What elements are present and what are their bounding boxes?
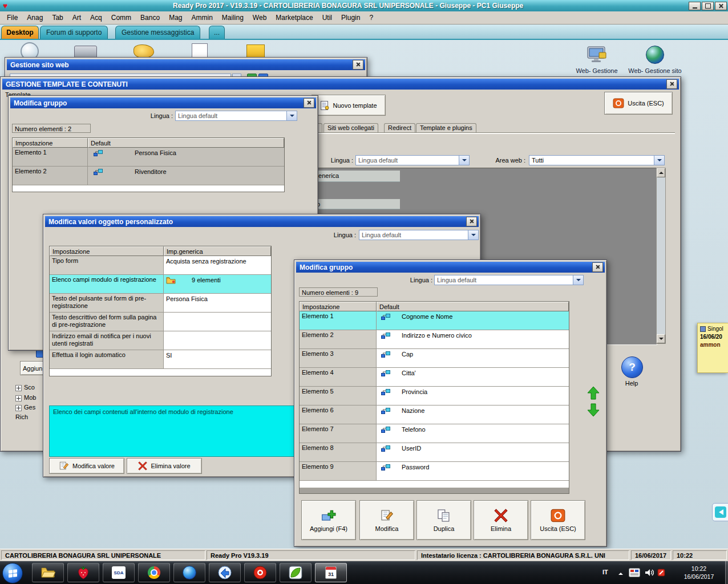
template-lingua-select[interactable]: Lingua default [355, 155, 470, 165]
chevron-down-icon[interactable] [468, 230, 478, 240]
menu-item-mag[interactable]: Mag [164, 12, 187, 23]
table-row[interactable]: Elemento 5 Provincia [300, 387, 569, 405]
gestione-sito-close-button[interactable] [353, 60, 363, 70]
template-tab-redirect[interactable]: Redirect [384, 123, 415, 133]
show-desktop-button[interactable] [725, 561, 728, 584]
web-gestione-sito-label[interactable]: Web- Gestione sito [625, 67, 685, 74]
gruppo1-close-button[interactable] [304, 98, 314, 108]
tray-language[interactable]: IT [602, 569, 608, 575]
taskbar-sda-button[interactable]: SDA [103, 563, 135, 582]
tree-item[interactable]: Sco [15, 384, 35, 391]
table-row[interactable]: Elemento 8 UserID [300, 443, 569, 462]
table-row[interactable]: Elemento 1 Persona Fisica [13, 148, 284, 167]
scroll-up-button[interactable] [657, 168, 665, 177]
table-row[interactable]: Testo descrittivo del form sulla pagina … [50, 313, 271, 331]
taskbar-chrome-button[interactable] [138, 563, 170, 582]
template-area-web-select[interactable]: Tutti [529, 155, 665, 165]
table-row[interactable]: Effettua il login automatico SI [50, 350, 271, 369]
table-row[interactable]: Elenco campi modulo di registrazione 9 e… [50, 275, 271, 294]
close-button[interactable] [715, 2, 727, 10]
chevron-down-icon[interactable] [286, 111, 297, 120]
template-titlebar[interactable]: GESTIONE TEMPLATE E CONTENUTI [2, 79, 679, 90]
column-header[interactable]: Default [88, 138, 284, 148]
vertical-scrollbar[interactable] [656, 168, 666, 344]
menu-item-comm[interactable]: Comm [107, 12, 136, 23]
move-down-button[interactable] [587, 403, 600, 418]
menu-item-tab[interactable]: Tab [47, 12, 67, 23]
tree-item[interactable]: Rich [15, 413, 28, 420]
template-tab-siti-web-collegati[interactable]: Siti web collegati [323, 123, 378, 133]
lamp-toolbar-icon[interactable] [134, 44, 154, 58]
template-uscita-button[interactable]: Uscita (ESC) [604, 92, 673, 115]
menu-item-file[interactable]: File [2, 12, 22, 23]
uscita-button[interactable]: Uscita (ESC) [531, 500, 585, 540]
valori-lingua-select[interactable]: Lingua default [359, 230, 479, 240]
elimina-button[interactable]: Elimina [474, 500, 528, 540]
column-header[interactable]: Impostazione [13, 138, 88, 148]
menu-item-acq[interactable]: Acq [86, 12, 107, 23]
table-row[interactable]: Elemento 3 Cap [300, 349, 569, 368]
web-gestione-sito-icon[interactable] [646, 46, 664, 64]
table-row[interactable]: Tipo form Acquista senza registrazione [50, 256, 271, 275]
list-row-fragment[interactable]: generica [313, 171, 400, 182]
taskbar-blue-app-button[interactable] [209, 563, 241, 582]
tray-expand-icon[interactable] [618, 570, 623, 575]
table-row[interactable]: Elemento 9 Password [300, 462, 569, 481]
tree-item[interactable]: Mob [15, 394, 36, 402]
table-row[interactable]: Elemento 6 Nazione [300, 405, 569, 424]
chevron-down-icon[interactable] [573, 275, 583, 285]
tree-expand-icon[interactable] [15, 405, 22, 411]
chevron-down-icon[interactable] [654, 156, 664, 165]
gruppo2-close-button[interactable] [592, 262, 603, 272]
tray-ime-icon[interactable] [629, 568, 640, 578]
gruppo1-lingua-select[interactable]: Lingua default [175, 111, 297, 121]
menu-item-web[interactable]: Web [248, 12, 271, 23]
tree-item[interactable]: Ges [15, 404, 35, 411]
help-button[interactable]: ? [621, 356, 643, 378]
list-row-fragment[interactable]: to [313, 199, 400, 209]
gestione-sito-titlebar[interactable]: Gestione sito web [7, 59, 365, 70]
start-button[interactable] [2, 563, 23, 583]
column-header[interactable]: Impostazione [50, 246, 164, 256]
tray-alert-icon[interactable] [657, 569, 665, 578]
taskbar-calendar-button[interactable]: 31 [315, 563, 347, 582]
aggiungi-button[interactable]: Aggiungi (F4) [301, 500, 356, 540]
table-row[interactable]: Elemento 2 Rivenditore [13, 167, 284, 185]
menu-item-marketplace[interactable]: Marketplace [271, 12, 317, 23]
minimize-button[interactable] [689, 2, 701, 10]
template-tab-template-e-plugins[interactable]: Template e plugins [416, 123, 476, 133]
tree-expand-icon[interactable] [15, 395, 22, 402]
template-close-button[interactable] [666, 79, 677, 89]
duplica-button[interactable]: Duplica [416, 500, 471, 540]
web-gestione-icon[interactable] [587, 46, 607, 64]
tab-gestione-messaggistica[interactable]: Gestione messaggistica [115, 26, 200, 39]
menu-item-mailing[interactable]: Mailing [217, 12, 248, 23]
menu-item-util[interactable]: Util [318, 12, 337, 23]
valori-titlebar[interactable]: Modifica valori oggetto personalizzato [45, 216, 479, 227]
column-header[interactable]: Default [377, 302, 569, 311]
taskbar-red-app-button[interactable] [244, 563, 276, 582]
menu-item-anag[interactable]: Anag [22, 12, 47, 23]
taskbar-readypro-button[interactable] [67, 563, 99, 582]
tab-forum-di-supporto[interactable]: Forum di supporto [40, 26, 108, 39]
tray-clock[interactable]: 10:22 16/06/2017 [673, 565, 725, 581]
gruppo2-titlebar[interactable]: Modifica gruppo [296, 262, 605, 273]
table-row[interactable]: Elemento 7 Telefono [300, 424, 569, 443]
tab-desktop[interactable]: Desktop [1, 26, 39, 39]
modifica-button[interactable]: Modifica [359, 500, 414, 540]
gruppo1-titlebar[interactable]: Modifica gruppo [10, 98, 316, 108]
column-header[interactable]: Imp.generica [164, 246, 271, 256]
printer-toolbar-icon[interactable] [74, 46, 97, 58]
taskbar-explorer-button[interactable] [32, 563, 64, 582]
menu-item-help[interactable]: ? [365, 12, 378, 23]
menu-item-art[interactable]: Art [68, 12, 86, 23]
valori-close-button[interactable] [466, 217, 477, 226]
column-header[interactable]: Impostazione [300, 302, 377, 311]
tray-volume-icon[interactable] [645, 569, 654, 578]
tab-more[interactable]: ... [209, 26, 225, 39]
move-up-button[interactable] [587, 386, 600, 401]
taskbar-green-app-button[interactable] [280, 563, 312, 582]
web-gestione-label[interactable]: Web- Gestione [572, 67, 622, 74]
modifica-valore-button[interactable]: Modifica valore [49, 458, 124, 474]
menu-item-ammin[interactable]: Ammin [187, 12, 217, 23]
